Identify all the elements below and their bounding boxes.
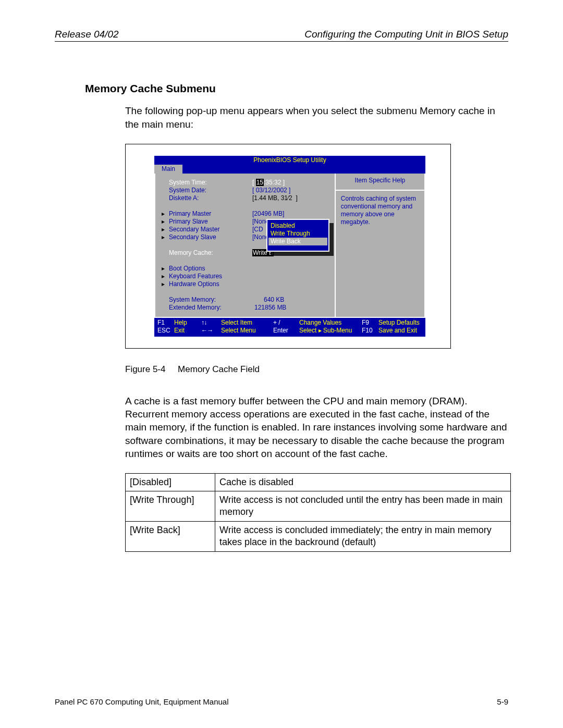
system-memory-label: System Memory: <box>169 296 252 304</box>
bios-title: PhoenixBIOS Setup Utility <box>154 156 425 165</box>
cell-desc: Write access is not concluded until the … <box>215 491 511 522</box>
running-head: Release 04/02 Configuring the Computing … <box>55 29 508 42</box>
triangle-icon: ▸ <box>162 210 169 218</box>
triangle-icon: ▸ <box>162 233 169 241</box>
section-title: Memory Cache Submenu <box>85 82 508 95</box>
page-number: 5-9 <box>497 697 508 706</box>
cell-desc: Write access is concluded immediately; t… <box>215 521 511 551</box>
secondary-master-label[interactable]: Secondary Master <box>169 226 252 233</box>
system-time-value[interactable]: [ 15:35:32 ] <box>252 179 328 187</box>
triangle-icon: ▸ <box>162 280 169 288</box>
table-row: [Disabled] Cache is disabled <box>126 473 511 491</box>
extended-memory-value: 121856 MB <box>252 304 328 312</box>
cell-option: [Disabled] <box>126 473 215 491</box>
cache-options-table: [Disabled] Cache is disabled [Write Thro… <box>125 473 511 552</box>
memory-cache-popup[interactable]: Disabled Write Through Write Back <box>266 219 329 252</box>
extended-memory-label: Extended Memory: <box>169 304 252 312</box>
caption-text: Memory Cache Field <box>178 364 260 374</box>
table-row: [Write Back] Write access is concluded i… <box>126 521 511 551</box>
select-item-hint: Select Item <box>221 319 273 327</box>
f9-key: F9 <box>362 319 378 327</box>
cell-option: [Write Back] <box>126 521 215 551</box>
triangle-icon: ▸ <box>162 226 169 233</box>
bios-figure: PhoenixBIOS Setup Utility Main System Ti… <box>125 144 451 349</box>
body-paragraph: A cache is a fast memory buffer between … <box>125 394 508 460</box>
figure-caption: Figure 5-4 Memory Cache Field <box>125 364 508 375</box>
memory-cache-label[interactable]: Memory Cache: <box>169 249 252 257</box>
f10-key: F10 <box>362 327 378 335</box>
secondary-slave-label[interactable]: Secondary Slave <box>169 233 252 241</box>
triangle-icon: ▸ <box>162 273 169 280</box>
popup-option-disabled[interactable]: Disabled <box>271 222 325 230</box>
primary-master-label[interactable]: Primary Master <box>169 210 252 218</box>
page-footer: Panel PC 670 Computing Unit, Equipment M… <box>55 697 508 706</box>
triangle-icon: ▸ <box>162 218 169 226</box>
exit-hint: Exit <box>174 327 201 335</box>
table-row: [Write Through] Write access is not conc… <box>126 491 511 522</box>
keyboard-features[interactable]: Keyboard Features <box>169 273 252 280</box>
popup-option-write-back[interactable]: Write Back <box>268 238 327 245</box>
help-heading: Item Specific Help <box>336 174 424 191</box>
cell-option: [Write Through] <box>126 491 215 522</box>
esc-key: ESC <box>157 327 174 335</box>
arrows-up-down-icon: ↑ ↓ <box>201 319 221 327</box>
bios-tabs: Main <box>154 165 425 174</box>
triangle-icon: ▸ <box>162 265 169 273</box>
help-text: Controls caching of system conventional … <box>336 191 424 317</box>
enter-key: Enter <box>273 327 299 335</box>
bios-window: PhoenixBIOS Setup Utility Main System Ti… <box>154 156 425 337</box>
system-date-value[interactable]: [ 03/12/2002 ] <box>252 187 328 194</box>
change-values-hint: Change Values <box>299 319 362 327</box>
f1-key: F1 <box>157 319 174 327</box>
release-label: Release 04/02 <box>55 29 119 40</box>
system-time-label: System Time: <box>169 179 252 187</box>
save-exit-hint: Save and Exit <box>378 327 436 335</box>
primary-master-value: [20496 MB] <box>252 210 328 218</box>
arrows-left-right-icon: ← → <box>201 327 221 335</box>
bios-footer: F1 Help ↑ ↓ Select Item + / Change Value… <box>154 318 425 337</box>
bios-main-panel: System Time: [ 15:35:32 ] System Date: [… <box>155 174 336 317</box>
help-hint: Help <box>174 319 201 327</box>
system-date-label: System Date: <box>169 187 252 194</box>
intro-paragraph: The following pop-up menu appears when y… <box>125 104 508 131</box>
diskette-label: Diskette A: <box>169 194 252 202</box>
popup-option-write-through[interactable]: Write Through <box>271 230 325 238</box>
caption-label: Figure 5-4 <box>125 364 165 374</box>
cell-desc: Cache is disabled <box>215 473 511 491</box>
primary-slave-label[interactable]: Primary Slave <box>169 218 252 226</box>
hardware-options[interactable]: Hardware Options <box>169 280 252 288</box>
chapter-title: Configuring the Computing Unit in BIOS S… <box>304 29 508 40</box>
setup-defaults-hint: Setup Defaults <box>378 319 436 327</box>
boot-options[interactable]: Boot Options <box>169 265 252 273</box>
tab-main[interactable]: Main <box>154 165 182 174</box>
select-submenu-hint: Select ▸ Sub-Menu <box>299 327 362 335</box>
system-memory-value: 640 KB <box>252 296 328 304</box>
plus-minus-key: + / <box>273 319 299 327</box>
diskette-value[interactable]: [1.44 MB, 31⁄2 ] <box>252 194 328 202</box>
select-menu-hint: Select Menu <box>221 327 273 335</box>
bios-help-panel: Item Specific Help Controls caching of s… <box>336 174 424 317</box>
manual-title: Panel PC 670 Computing Unit, Equipment M… <box>55 697 229 706</box>
